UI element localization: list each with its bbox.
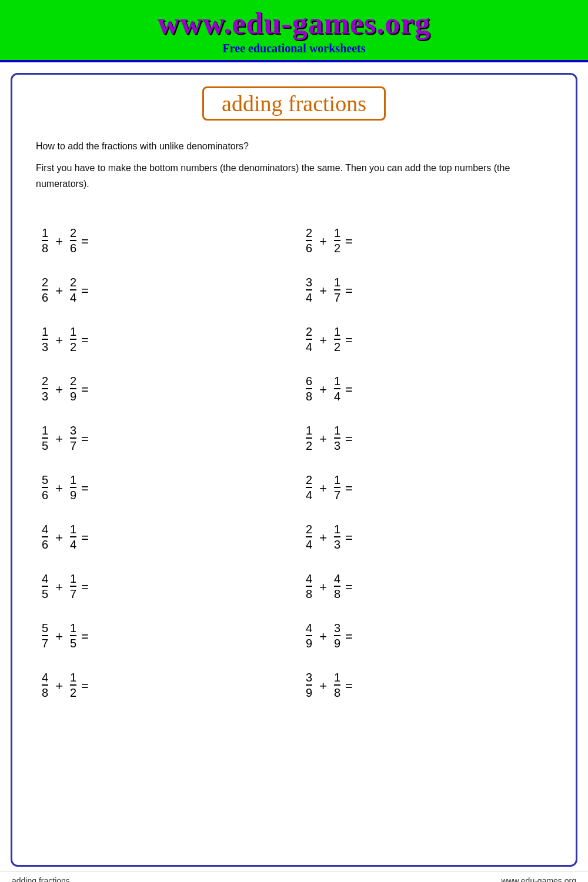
content-wrapper: adding fractions How to add the fraction… — [11, 73, 577, 867]
fraction-right: 1 7 — [334, 276, 340, 304]
instruction-2: First you have to make the bottom number… — [36, 160, 552, 192]
fraction-left: 3 4 — [306, 276, 312, 304]
problem-cell: 5 7 + 1 5 = — [30, 611, 294, 660]
fraction-right: 1 7 — [334, 473, 340, 502]
fraction-right: 1 5 — [70, 622, 76, 650]
equals-sign: = — [345, 234, 353, 249]
header: www.edu-games.org Free educational works… — [0, 0, 588, 62]
fraction-left: 4 5 — [42, 572, 48, 600]
page-title-container: adding fractions — [12, 75, 576, 126]
problem-cell: 6 8 + 1 4 = — [294, 364, 558, 413]
fraction-left: 4 8 — [42, 671, 48, 699]
plus-operator: + — [317, 333, 329, 348]
equals-sign: = — [81, 234, 89, 249]
fraction-left: 1 3 — [42, 325, 48, 353]
problem-cell: 4 5 + 1 7 = — [30, 562, 294, 611]
plus-operator: + — [53, 283, 65, 299]
plus-operator: + — [317, 530, 329, 546]
equals-sign: = — [345, 432, 353, 447]
equals-sign: = — [345, 382, 353, 397]
fraction-right: 1 2 — [334, 325, 340, 353]
problem-cell: 2 4 + 1 2 = — [294, 315, 558, 364]
problem-cell: 4 6 + 1 4 = — [30, 512, 294, 562]
equals-sign: = — [81, 481, 89, 496]
equals-sign: = — [345, 530, 353, 546]
problem-cell: 2 4 + 1 3 = — [294, 512, 558, 562]
problem-cell: 1 5 + 3 7 = — [30, 413, 294, 463]
fraction-right: 4 8 — [334, 572, 340, 600]
problem-cell: 1 3 + 1 2 = — [30, 315, 294, 364]
plus-operator: + — [53, 580, 65, 595]
footer: adding fractions www.edu-games.org — [0, 871, 588, 882]
fraction-left: 5 7 — [42, 622, 48, 650]
fraction-left: 4 6 — [42, 523, 48, 551]
fraction-right: 2 9 — [70, 375, 76, 403]
problem-cell: 4 8 + 1 2 = — [30, 660, 294, 710]
page-title: adding fractions — [202, 86, 386, 121]
fraction-right: 1 2 — [70, 325, 76, 353]
plus-operator: + — [53, 629, 65, 644]
equals-sign: = — [81, 333, 89, 348]
equals-sign: = — [81, 283, 89, 299]
fraction-left: 3 9 — [306, 671, 312, 699]
fraction-left: 5 6 — [42, 473, 48, 502]
problem-cell: 3 9 + 1 8 = — [294, 660, 558, 710]
fraction-right: 1 2 — [334, 226, 340, 255]
footer-left: adding fractions — [12, 876, 70, 882]
equals-sign: = — [81, 432, 89, 447]
fraction-left: 2 4 — [306, 473, 312, 502]
fraction-left: 4 8 — [306, 572, 312, 600]
plus-operator: + — [317, 580, 329, 595]
plus-operator: + — [317, 629, 329, 644]
fraction-right: 3 7 — [70, 424, 76, 452]
instruction-1: How to add the fractions with unlike den… — [36, 138, 552, 154]
fraction-right: 1 9 — [70, 473, 76, 502]
equals-sign: = — [345, 679, 353, 694]
site-title: www.edu-games.org — [12, 6, 576, 41]
fraction-right: 1 3 — [334, 424, 340, 452]
equals-sign: = — [345, 580, 353, 595]
problem-cell: 4 8 + 4 8 = — [294, 562, 558, 611]
fraction-right: 1 7 — [70, 572, 76, 600]
problem-cell: 1 2 + 1 3 = — [294, 413, 558, 463]
plus-operator: + — [53, 679, 65, 694]
equals-sign: = — [345, 481, 353, 496]
plus-operator: + — [317, 481, 329, 496]
equals-sign: = — [345, 629, 353, 644]
problems-grid: 1 8 + 2 6 = 2 6 + 1 2 = — [12, 204, 576, 727]
fraction-right: 1 4 — [334, 375, 340, 403]
plus-operator: + — [53, 382, 65, 397]
fraction-left: 1 5 — [42, 424, 48, 452]
footer-right: www.edu-games.org — [501, 876, 576, 882]
fraction-left: 1 8 — [42, 226, 48, 255]
fraction-right: 2 4 — [70, 276, 76, 304]
equals-sign: = — [345, 333, 353, 348]
fraction-left: 2 3 — [42, 375, 48, 403]
equals-sign: = — [81, 530, 89, 546]
fraction-left: 2 6 — [42, 276, 48, 304]
plus-operator: + — [317, 432, 329, 447]
equals-sign: = — [81, 629, 89, 644]
fraction-right: 1 2 — [70, 671, 76, 699]
fraction-right: 1 8 — [334, 671, 340, 699]
fraction-right: 2 6 — [70, 226, 76, 255]
problem-cell: 2 4 + 1 7 = — [294, 463, 558, 512]
plus-operator: + — [53, 530, 65, 546]
fraction-right: 3 9 — [334, 622, 340, 650]
problem-cell: 2 6 + 1 2 = — [294, 216, 558, 265]
fraction-left: 1 2 — [306, 424, 312, 452]
problem-cell: 2 6 + 2 4 = — [30, 265, 294, 315]
problem-cell: 2 3 + 2 9 = — [30, 364, 294, 413]
plus-operator: + — [317, 283, 329, 299]
equals-sign: = — [81, 580, 89, 595]
fraction-left: 2 4 — [306, 325, 312, 353]
fraction-left: 4 9 — [306, 622, 312, 650]
fraction-left: 6 8 — [306, 375, 312, 403]
equals-sign: = — [81, 679, 89, 694]
instructions: How to add the fractions with unlike den… — [12, 126, 576, 204]
problem-cell: 5 6 + 1 9 = — [30, 463, 294, 512]
plus-operator: + — [317, 679, 329, 694]
plus-operator: + — [53, 481, 65, 496]
problem-cell: 4 9 + 3 9 = — [294, 611, 558, 660]
plus-operator: + — [53, 333, 65, 348]
